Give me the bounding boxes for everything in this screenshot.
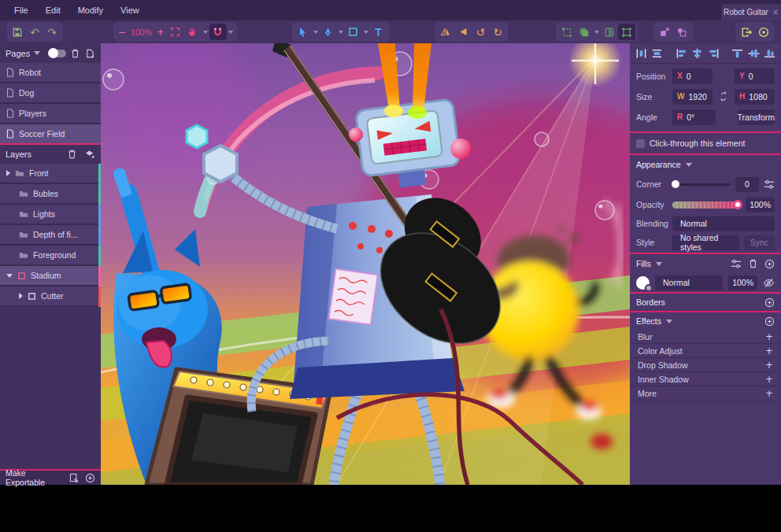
add-icon[interactable]: + xyxy=(765,360,773,371)
opacity-slider[interactable] xyxy=(672,201,741,209)
constrain-proportions-button[interactable] xyxy=(717,91,730,102)
layer-item-lights[interactable]: Lights xyxy=(0,205,101,225)
canvas[interactable] xyxy=(101,43,630,485)
menu-modify[interactable]: Modify xyxy=(78,6,103,15)
add-icon[interactable]: + xyxy=(765,374,773,385)
fill-opacity-value[interactable]: 100% xyxy=(728,275,757,290)
corner-value[interactable]: 0 xyxy=(735,177,759,192)
effect-item-drop-shadow[interactable]: Drop Shadow + xyxy=(630,358,781,371)
effect-item-more[interactable]: More + xyxy=(630,386,781,400)
add-border-icon[interactable] xyxy=(764,297,775,308)
blending-dropdown[interactable]: Normal xyxy=(672,216,775,231)
zoom-out-button[interactable]: − xyxy=(116,27,128,38)
pen-tool-caret[interactable] xyxy=(339,31,343,34)
text-tool-button[interactable]: T xyxy=(370,24,387,40)
add-icon[interactable]: + xyxy=(765,345,773,357)
align-bottom-icon[interactable] xyxy=(764,48,775,59)
width-field[interactable]: W 1920 xyxy=(672,89,713,105)
align-left-icon[interactable] xyxy=(676,48,687,59)
layer-item-foreground[interactable]: Foreground xyxy=(0,246,101,266)
document-tab[interactable]: Robot Guitar × xyxy=(721,4,781,20)
pages-title[interactable]: Pages xyxy=(6,49,30,58)
select-tool-caret[interactable] xyxy=(313,31,318,34)
fills-settings-icon[interactable] xyxy=(731,259,742,269)
borders-header[interactable]: Borders xyxy=(630,294,781,311)
pages-delete-button[interactable] xyxy=(70,48,81,59)
collapse-caret-icon[interactable] xyxy=(6,274,13,278)
layer-style-add-button[interactable] xyxy=(84,149,95,160)
x-field[interactable]: X 0 xyxy=(672,68,713,84)
style-dropdown[interactable]: No shared styles xyxy=(672,235,739,250)
align-right-icon[interactable] xyxy=(708,48,720,59)
fills-caret-icon[interactable] xyxy=(656,262,662,266)
appearance-header[interactable]: Appearance xyxy=(630,155,781,174)
rotation-field[interactable]: R 0° xyxy=(672,109,716,125)
fill-blend-dropdown[interactable]: Normal xyxy=(655,275,723,290)
effects-caret-icon[interactable] xyxy=(666,320,672,323)
click-through-checkbox[interactable] xyxy=(636,139,645,148)
corner-slider[interactable] xyxy=(672,183,731,186)
magnet-tool-caret[interactable] xyxy=(228,31,233,34)
page-item-soccer-field[interactable]: Soccer Field xyxy=(0,124,101,145)
zoom-in-button[interactable]: + xyxy=(154,27,167,38)
layer-item-depth[interactable]: Depth of fi... xyxy=(0,225,101,246)
corner-settings-icon[interactable] xyxy=(764,179,775,190)
rectangle-tool-button[interactable] xyxy=(345,24,362,40)
layer-item-bubles[interactable]: Bubles xyxy=(0,184,101,205)
height-field[interactable]: H 1080 xyxy=(735,89,775,105)
align-top-icon[interactable] xyxy=(731,48,743,59)
magnet-tool-button[interactable] xyxy=(209,24,227,40)
flatten-button[interactable] xyxy=(618,24,635,40)
effect-item-blur[interactable]: Blur + xyxy=(630,330,781,343)
pen-tool-button[interactable] xyxy=(320,24,337,40)
redo-button[interactable]: ↷ xyxy=(43,24,61,40)
add-icon[interactable]: + xyxy=(765,388,773,399)
layer-item-cutter[interactable]: Cutter xyxy=(0,286,101,307)
add-page-button[interactable] xyxy=(84,48,95,59)
zoom-fit-button[interactable] xyxy=(167,24,184,40)
rotate-cw-button[interactable]: ↻ xyxy=(489,24,506,40)
boolean-union-button[interactable] xyxy=(576,24,593,40)
y-field[interactable]: Y 0 xyxy=(735,68,775,84)
canvas-artwork[interactable] xyxy=(101,43,630,485)
effect-item-inner-shadow[interactable]: Inner Shadow + xyxy=(630,372,781,386)
sync-button[interactable]: Sync xyxy=(744,235,775,250)
flip-horizontal-button[interactable] xyxy=(437,24,454,40)
effects-header[interactable]: Effects xyxy=(630,312,781,330)
click-through-row[interactable]: Click-through this element xyxy=(630,133,781,153)
boolean-caret[interactable] xyxy=(594,31,599,34)
layer-item-front[interactable]: Front xyxy=(0,164,101,184)
menu-edit[interactable]: Edit xyxy=(46,6,61,15)
rotate-ccw-button[interactable]: ↺ xyxy=(472,24,489,40)
edit-shape-button[interactable] xyxy=(558,24,576,40)
export-button[interactable] xyxy=(738,24,755,40)
page-item-robot[interactable]: Robot xyxy=(0,63,101,83)
hand-tool-button[interactable] xyxy=(184,24,202,40)
save-button[interactable] xyxy=(9,24,26,40)
hand-tool-caret[interactable] xyxy=(203,31,208,34)
make-exportable-bar[interactable]: Make Exportable xyxy=(0,469,101,485)
trash-icon[interactable] xyxy=(749,259,757,268)
transform-button[interactable]: Transform xyxy=(738,109,775,125)
pages-toggle[interactable] xyxy=(49,50,65,57)
layer-item-stadium[interactable]: Stadium xyxy=(0,266,101,286)
flip-vertical-button[interactable] xyxy=(454,24,472,40)
opacity-value[interactable]: 100% xyxy=(746,198,775,212)
undo-button[interactable]: ↶ xyxy=(26,24,43,40)
eye-off-icon[interactable] xyxy=(763,278,775,288)
align-center-icon[interactable] xyxy=(691,48,703,59)
export-sheet-icon[interactable] xyxy=(69,473,80,482)
layers-delete-button[interactable] xyxy=(66,149,77,160)
mask-button[interactable] xyxy=(601,24,618,40)
send-backward-button[interactable] xyxy=(673,24,690,40)
preview-button[interactable] xyxy=(755,24,772,40)
align-middle-icon[interactable] xyxy=(748,48,760,59)
add-export-icon[interactable] xyxy=(85,473,95,483)
expand-caret-icon[interactable] xyxy=(19,293,23,299)
distribute-vertical-icon[interactable] xyxy=(651,48,663,59)
add-effect-icon[interactable] xyxy=(764,316,775,327)
bring-forward-button[interactable] xyxy=(656,24,673,40)
appearance-caret-icon[interactable] xyxy=(686,163,692,167)
effect-item-color-adjust[interactable]: Color Adjust + xyxy=(630,344,781,357)
fill-color-swatch[interactable] xyxy=(636,276,650,290)
